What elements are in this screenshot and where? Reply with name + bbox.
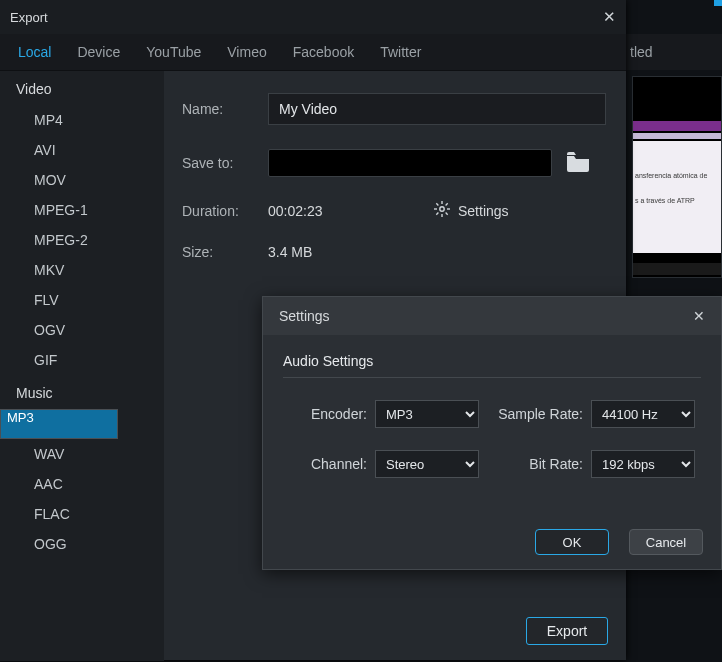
- duration-value: 00:02:23: [268, 203, 388, 219]
- settings-button[interactable]: Settings: [434, 201, 509, 220]
- sidebar-item-mp4[interactable]: MP4: [0, 105, 164, 135]
- encoder-label: Encoder:: [283, 406, 375, 422]
- svg-line-5: [436, 203, 438, 205]
- name-label: Name:: [182, 101, 268, 117]
- duration-label: Duration:: [182, 203, 268, 219]
- video-preview: ansferencia atómica de s a través de ATR…: [632, 76, 722, 278]
- sidebar-item-ogg[interactable]: OGG: [0, 529, 164, 559]
- settings-title: Settings: [279, 308, 330, 324]
- samplerate-label: Sample Rate:: [491, 406, 591, 422]
- close-icon[interactable]: ✕: [603, 8, 616, 26]
- settings-close-icon[interactable]: ✕: [693, 308, 705, 324]
- svg-line-6: [446, 213, 448, 215]
- tab-facebook[interactable]: Facebook: [293, 44, 354, 60]
- folder-icon[interactable]: [566, 152, 590, 175]
- saveto-label: Save to:: [182, 155, 268, 171]
- sidebar-item-avi[interactable]: AVI: [0, 135, 164, 165]
- accent-strip: [714, 0, 722, 6]
- sidebar-item-mov[interactable]: MOV: [0, 165, 164, 195]
- format-sidebar: Video MP4 AVI MOV MPEG-1 MPEG-2 MKV FLV …: [0, 71, 164, 661]
- svg-point-0: [440, 207, 444, 211]
- samplerate-select[interactable]: 44100 Hz: [591, 400, 695, 428]
- export-button[interactable]: Export: [526, 617, 608, 645]
- tab-twitter[interactable]: Twitter: [380, 44, 421, 60]
- export-titlebar: Export ✕: [0, 0, 626, 34]
- sidebar-item-mp3[interactable]: MP3: [0, 409, 118, 439]
- sidebar-item-wav[interactable]: WAV: [0, 439, 164, 469]
- tab-vimeo[interactable]: Vimeo: [227, 44, 266, 60]
- tab-device[interactable]: Device: [77, 44, 120, 60]
- tab-youtube[interactable]: YouTube: [146, 44, 201, 60]
- sidebar-item-flac[interactable]: FLAC: [0, 499, 164, 529]
- settings-dialog: Settings ✕ Audio Settings Encoder: MP3 S…: [262, 296, 722, 570]
- sidebar-item-flv[interactable]: FLV: [0, 285, 164, 315]
- encoder-select[interactable]: MP3: [375, 400, 479, 428]
- size-label: Size:: [182, 244, 268, 260]
- ok-button[interactable]: OK: [535, 529, 609, 555]
- sidebar-item-mkv[interactable]: MKV: [0, 255, 164, 285]
- export-tabs: Local Device YouTube Vimeo Facebook Twit…: [0, 34, 626, 71]
- export-title: Export: [10, 10, 48, 25]
- sidebar-item-aac[interactable]: AAC: [0, 469, 164, 499]
- gear-icon: [434, 201, 450, 220]
- tab-local[interactable]: Local: [18, 44, 51, 60]
- channel-label: Channel:: [283, 456, 375, 472]
- sidebar-item-mpeg1[interactable]: MPEG-1: [0, 195, 164, 225]
- cancel-button[interactable]: Cancel: [629, 529, 703, 555]
- settings-label: Settings: [458, 203, 509, 219]
- svg-line-7: [446, 203, 448, 205]
- background-window-title: tled: [630, 44, 653, 60]
- bitrate-select[interactable]: 192 kbps: [591, 450, 695, 478]
- audio-settings-header: Audio Settings: [283, 353, 701, 369]
- sidebar-item-gif[interactable]: GIF: [0, 345, 164, 375]
- svg-line-8: [436, 213, 438, 215]
- sidebar-item-ogv[interactable]: OGV: [0, 315, 164, 345]
- bitrate-label: Bit Rate:: [491, 456, 591, 472]
- name-input[interactable]: [268, 93, 606, 125]
- size-value: 3.4 MB: [268, 244, 312, 260]
- music-header: Music: [0, 375, 164, 409]
- saveto-input[interactable]: [268, 149, 552, 177]
- sidebar-item-mpeg2[interactable]: MPEG-2: [0, 225, 164, 255]
- video-header: Video: [0, 71, 164, 105]
- channel-select[interactable]: Stereo: [375, 450, 479, 478]
